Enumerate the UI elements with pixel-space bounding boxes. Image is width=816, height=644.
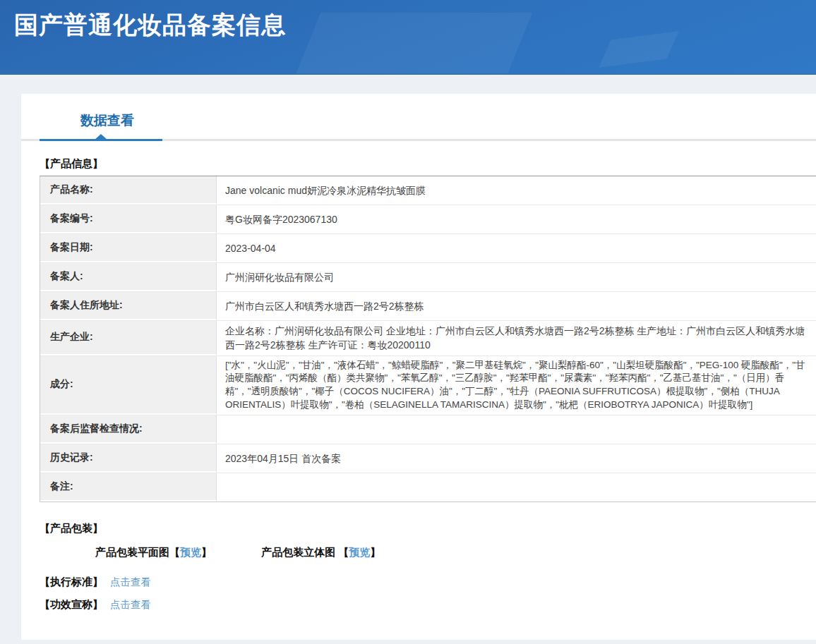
table-row-product-name: 产品名称: Jane volcanic mud妍泥冷泉冰泥精华抗皱面膜 [40, 176, 816, 205]
standard-click-to-view-link[interactable]: 点击查看 [110, 576, 151, 588]
tab-underline [21, 139, 816, 141]
table-row-remarks: 备注: [40, 473, 816, 502]
packaging-stereo-preview-link[interactable]: 预览 [349, 546, 370, 558]
table-row-registrant-address: 备案人住所地址: 广州市白云区人和镇秀水塘西一路2号2栋整栋 [40, 292, 816, 321]
tab-bar: 数据查看 [21, 94, 816, 141]
row-value [217, 415, 816, 444]
packaging-flat-preview-link[interactable]: 预览 [180, 546, 201, 558]
efficacy-click-to-view-link[interactable]: 点击查看 [110, 599, 151, 610]
row-label: 历史记录: [40, 444, 217, 473]
row-value: 2023年04月15日 首次备案 [217, 444, 816, 473]
product-info-table: 产品名称: Jane volcanic mud妍泥冷泉冰泥精华抗皱面膜 备案编号… [40, 176, 816, 502]
table-row-registrant: 备案人: 广州润研化妆品有限公司 [40, 263, 816, 292]
open-bracket: 【 [338, 546, 349, 558]
row-label: 备案日期: [40, 234, 217, 262]
tab-data-view[interactable]: 数据查看 [80, 111, 134, 139]
page-header-banner: 国产普通化妆品备案信息 [0, 0, 816, 75]
section-standard-title: 【执行标准】 [40, 576, 103, 588]
standard-row: 【执行标准】点击查看 [40, 576, 816, 589]
row-value: 广州市白云区人和镇秀水塘西一路2号2栋整栋 [217, 292, 816, 320]
row-label: 备注: [40, 473, 217, 502]
section-packaging-title: 【产品包装】 [40, 522, 816, 535]
packaging-flat-item: 产品包装平面图【预览】 [95, 546, 215, 558]
content-card: 数据查看 【产品信息】 产品名称: Jane volcanic mud妍泥冷泉冰… [21, 94, 816, 640]
page-title: 国产普通化妆品备案信息 [0, 0, 816, 42]
row-label: 产品名称: [40, 176, 217, 205]
packaging-stereo-item: 产品包装立体图 【预览】 [261, 546, 380, 558]
table-row-supervision-check: 备案后监督检查情况: [40, 415, 816, 444]
close-bracket: 】 [201, 546, 212, 558]
open-bracket: 【 [169, 546, 180, 558]
row-label: 备案后监督检查情况: [40, 415, 217, 444]
row-label: 成分: [40, 356, 217, 415]
row-value: 企业名称：广州润研化妆品有限公司 企业地址：广州市白云区人和镇秀水塘西一路2号2… [217, 321, 816, 356]
packaging-flat-label: 产品包装平面图 [95, 546, 169, 558]
close-bracket: 】 [370, 546, 380, 558]
row-label: 生产企业: [40, 321, 217, 356]
table-row-manufacturer: 生产企业: 企业名称：广州润研化妆品有限公司 企业地址：广州市白云区人和镇秀水塘… [40, 321, 816, 356]
row-value: 广州润研化妆品有限公司 [217, 263, 816, 291]
efficacy-row: 【功效宣称】点击查看 [40, 598, 816, 612]
row-value: 2023-04-04 [217, 234, 816, 262]
row-value [217, 473, 816, 502]
section-product-info-title: 【产品信息】 [40, 157, 816, 171]
table-row-history: 历史记录: 2023年04月15日 首次备案 [40, 444, 816, 473]
row-value: Jane volcanic mud妍泥冷泉冰泥精华抗皱面膜 [217, 176, 816, 205]
row-label: 备案编号: [40, 205, 217, 233]
table-row-registration-date: 备案日期: 2023-04-04 [40, 234, 816, 263]
main-content: 【产品信息】 产品名称: Jane volcanic mud妍泥冷泉冰泥精华抗皱… [21, 157, 816, 612]
table-row-ingredients: 成分: ["水"，"火山泥"，"甘油"，"液体石蜡"，"鲸蜡硬脂醇"，"聚二甲基… [40, 356, 816, 416]
row-value: ["水"，"火山泥"，"甘油"，"液体石蜡"，"鲸蜡硬脂醇"，"聚二甲基硅氧烷"… [217, 356, 816, 415]
table-row-registration-number: 备案编号: 粤G妆网备字2023067130 [40, 205, 816, 234]
row-value: 粤G妆网备字2023067130 [217, 205, 816, 233]
row-label: 备案人住所地址: [40, 292, 217, 320]
packaging-preview-row: 产品包装平面图【预览】 产品包装立体图 【预览】 [95, 546, 816, 559]
tab-active-arrow-icon [95, 134, 107, 140]
row-label: 备案人: [40, 263, 217, 291]
section-efficacy-title: 【功效宣称】 [40, 598, 103, 610]
packaging-stereo-label: 产品包装立体图 [261, 546, 335, 558]
